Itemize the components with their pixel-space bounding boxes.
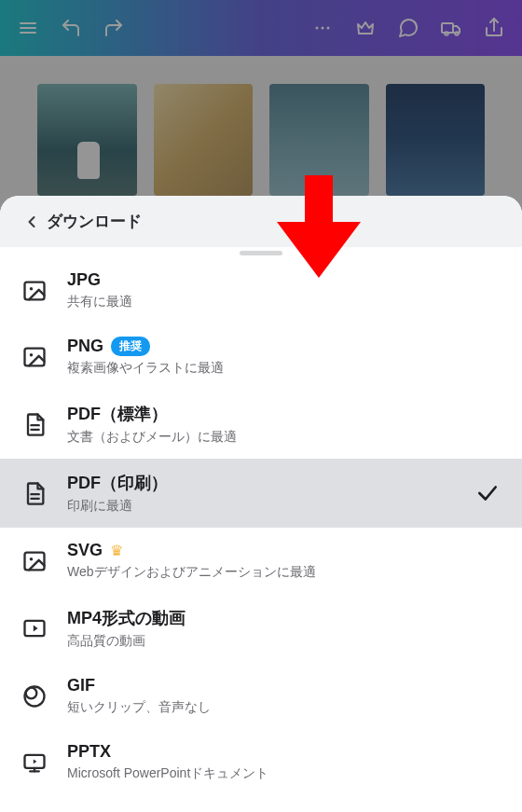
video-icon <box>21 614 48 642</box>
format-title: JPG <box>67 270 101 290</box>
undo-icon[interactable] <box>54 11 88 45</box>
image-icon <box>21 277 48 305</box>
truck-icon[interactable] <box>434 11 468 45</box>
sheet-header: ダウンロード <box>0 196 522 247</box>
back-button[interactable] <box>17 213 47 231</box>
svg-point-4 <box>322 27 324 30</box>
format-option-mp4-[interactable]: MP4形式の動画高品質の動画 <box>0 594 522 663</box>
share-icon[interactable] <box>477 11 511 45</box>
image-icon <box>21 547 48 575</box>
design-image <box>37 84 137 196</box>
format-option-svg[interactable]: SVG♛Webデザインおよびアニメーションに最適 <box>0 528 522 594</box>
format-desc: 短いクリップ、音声なし <box>67 699 501 716</box>
format-option-pdf-[interactable]: PDF（印刷）印刷に最適 <box>0 459 522 528</box>
format-desc: 高品質の動画 <box>67 633 501 650</box>
format-option-gif[interactable]: GIF短いクリップ、音声なし <box>0 663 522 729</box>
format-desc: 印刷に最適 <box>67 498 455 515</box>
format-title: PNG <box>67 337 103 356</box>
format-desc: 複素画像やイラストに最適 <box>67 360 501 377</box>
design-image <box>154 84 254 196</box>
recommended-badge: 推奨 <box>111 337 150 356</box>
gif-icon <box>21 682 48 710</box>
format-title: GIF <box>67 676 95 695</box>
comment-icon[interactable] <box>392 11 425 45</box>
format-title: MP4形式の動画 <box>67 607 185 629</box>
design-image <box>269 84 369 196</box>
format-option-pdf-[interactable]: PDF（標準）文書（およびメール）に最適 <box>0 390 522 459</box>
format-desc: 文書（およびメール）に最適 <box>67 429 501 446</box>
image-icon <box>21 343 48 371</box>
sheet-handle[interactable] <box>240 251 282 255</box>
sheet-title: ダウンロード <box>47 211 142 232</box>
format-desc: Microsoft PowerPointドキュメント <box>67 765 501 782</box>
design-image <box>386 84 486 196</box>
svg-point-5 <box>327 27 330 30</box>
format-option-png[interactable]: PNG推奨複素画像やイラストに最適 <box>0 323 522 390</box>
more-icon[interactable] <box>306 11 339 45</box>
format-desc: 共有に最適 <box>67 294 501 310</box>
crown-icon[interactable] <box>349 11 382 45</box>
svg-point-13 <box>30 352 34 356</box>
svg-point-23 <box>26 687 37 698</box>
svg-marker-21 <box>34 626 38 632</box>
svg-point-19 <box>30 557 34 560</box>
format-title: PPTX <box>67 742 111 762</box>
menu-icon[interactable] <box>11 11 45 45</box>
svg-point-11 <box>30 286 34 290</box>
redo-icon[interactable] <box>97 11 130 45</box>
format-title: PDF（印刷） <box>67 472 168 494</box>
format-option-jpg[interactable]: JPG共有に最適 <box>0 257 522 323</box>
doc-icon <box>21 479 48 507</box>
download-sheet: ダウンロード JPG共有に最適PNG推奨複素画像やイラストに最適PDF（標準）文… <box>0 196 522 812</box>
topbar <box>0 0 522 56</box>
format-title: PDF（標準） <box>67 403 168 425</box>
svg-marker-27 <box>34 759 37 764</box>
doc-icon <box>21 410 48 438</box>
checkmark-icon <box>474 481 501 505</box>
pptx-icon <box>21 749 48 777</box>
format-desc: Webデザインおよびアニメーションに最適 <box>67 564 501 581</box>
format-title: SVG <box>67 541 103 560</box>
svg-point-3 <box>316 27 319 30</box>
format-option-pptx[interactable]: PPTXMicrosoft PowerPointドキュメント <box>0 729 522 795</box>
format-options-list: JPG共有に最適PNG推奨複素画像やイラストに最適PDF（標準）文書（およびメー… <box>0 257 522 812</box>
premium-crown-icon: ♛ <box>110 542 123 559</box>
